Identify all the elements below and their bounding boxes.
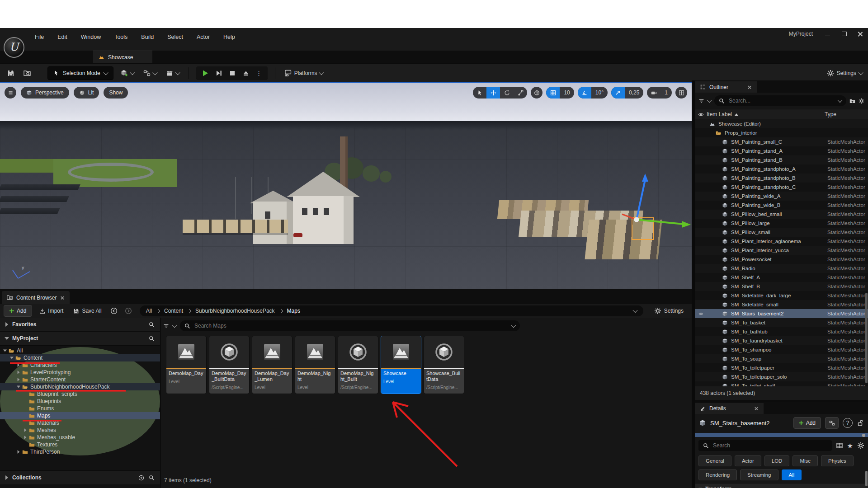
asset-tile-demomap_night_built[interactable]: DemoMap_Night_Built /Script/Engine... xyxy=(338,336,378,394)
details-filter-chip-lod[interactable]: LOD xyxy=(764,455,790,466)
outliner-row[interactable]: SM_To_soap StaticMeshActor xyxy=(695,354,868,363)
outliner-row[interactable]: SM_Pillow_bed_small StaticMeshActor xyxy=(695,210,868,219)
asset-tile-demomap_day_builtdata[interactable]: DemoMap_Day_BuiltData /Script/Engine... xyxy=(209,336,250,394)
outliner-row[interactable]: SM_Powersocket StaticMeshActor xyxy=(695,255,868,264)
folder-tree-item-levelprototyping[interactable]: LevelPrototyping xyxy=(0,369,160,376)
outliner-row[interactable]: SM_Painting_standphoto_C StaticMeshActor xyxy=(695,183,868,192)
outliner-row[interactable]: SM_Painting_wide_B StaticMeshActor xyxy=(695,201,868,210)
stop-button[interactable] xyxy=(229,70,236,77)
outliner-row[interactable]: SM_Pillow_large StaticMeshActor xyxy=(695,219,868,228)
search-icon[interactable] xyxy=(149,322,155,328)
eject-button[interactable] xyxy=(242,70,250,77)
outliner-row[interactable]: SM_To_shampoo StaticMeshActor xyxy=(695,345,868,354)
folder-tree-item-textures[interactable]: Textures xyxy=(0,441,160,448)
menu-item-edit[interactable]: Edit xyxy=(52,32,73,42)
folder-tree-item-meshes[interactable]: Meshes xyxy=(0,427,160,434)
column-item-label[interactable]: Item Label xyxy=(707,111,825,117)
outliner-row[interactable]: SM_Painting_wide_A StaticMeshActor xyxy=(695,192,868,201)
details-filter-chip-streaming[interactable]: Streaming xyxy=(740,469,778,480)
outliner-row[interactable]: SM_Painting_stand_A StaticMeshActor xyxy=(695,146,868,155)
chevron-down-icon[interactable] xyxy=(511,323,516,328)
details-filter-chip-physics[interactable]: Physics xyxy=(821,455,854,466)
asset-tile-showcase_builtdata[interactable]: Showcase_BuiltData /Script/Engine... xyxy=(424,336,464,394)
details-scrollbar[interactable] xyxy=(865,471,868,486)
caret-icon[interactable] xyxy=(24,428,27,432)
details-filter-chip-misc[interactable]: Misc xyxy=(793,455,818,466)
search-icon[interactable] xyxy=(149,475,155,481)
close-tab-icon[interactable] xyxy=(61,296,64,300)
caret-icon[interactable] xyxy=(18,378,20,381)
menu-item-actor[interactable]: Actor xyxy=(191,32,216,42)
outliner-row[interactable]: SM_To_toiletpaper_solo StaticMeshActor xyxy=(695,372,868,381)
chevron-down-icon[interactable] xyxy=(172,323,177,328)
menu-item-tools[interactable]: Tools xyxy=(108,32,133,42)
content-browser-tab[interactable]: Content Browser xyxy=(2,291,70,304)
back-button[interactable] xyxy=(109,306,119,316)
search-icon[interactable] xyxy=(149,336,155,342)
close-tab-icon[interactable] xyxy=(748,85,751,89)
outliner-row[interactable]: SM_Pillow_small StaticMeshActor xyxy=(695,228,868,237)
camera-icon[interactable] xyxy=(647,87,660,99)
move-tool-button[interactable] xyxy=(486,87,500,99)
scale-snap-value[interactable]: 0,25 xyxy=(625,89,643,96)
details-filter-chip-rendering[interactable]: Rendering xyxy=(698,469,737,480)
rotation-snap-value[interactable]: 10° xyxy=(591,89,608,96)
caret-icon[interactable] xyxy=(17,386,20,388)
caret-icon[interactable] xyxy=(24,436,27,439)
outliner-row[interactable]: SM_Plant_interior_yucca StaticMeshActor xyxy=(695,246,868,255)
asset-tile-showcase[interactable]: Showcase Level xyxy=(381,336,421,394)
blueprints-button[interactable] xyxy=(142,68,159,79)
show-dropdown[interactable]: Show xyxy=(104,87,128,99)
breadcrumb-item[interactable]: Content xyxy=(164,308,183,314)
outliner-row[interactable]: SM_Shelf_B StaticMeshActor xyxy=(695,282,868,291)
edit-blueprint-button[interactable] xyxy=(825,417,839,429)
menu-item-help[interactable]: Help xyxy=(217,32,241,42)
skip-button[interactable] xyxy=(215,70,222,77)
outliner-row[interactable]: SM_To_toilet_shelf StaticMeshActor xyxy=(695,381,868,386)
filter-icon[interactable] xyxy=(163,323,169,329)
outliner-row[interactable]: SM_Sidetable_small StaticMeshActor xyxy=(695,300,868,309)
asset-tile-demomap_day[interactable]: DemoMap_Day Level xyxy=(166,336,207,394)
caret-icon[interactable] xyxy=(18,371,20,374)
details-search-input[interactable] xyxy=(712,442,827,449)
transform-section-header[interactable]: Transform xyxy=(695,483,868,488)
outliner-row[interactable]: Props_interior xyxy=(695,128,868,137)
folder-tree-item-characters[interactable]: Characters xyxy=(0,361,160,369)
column-type[interactable]: Type xyxy=(825,111,868,117)
folder-tree-item-materials[interactable]: Materials xyxy=(0,419,160,427)
folder-tree-item-meshes_usable[interactable]: Meshes_usable xyxy=(0,434,160,441)
viewport-canvas[interactable]: y Perspective Lit Show xyxy=(0,82,692,289)
outliner-row[interactable]: SM_Painting_stand_B StaticMeshActor xyxy=(695,155,868,164)
folder-tree-item-all[interactable]: All xyxy=(0,347,160,354)
menu-item-window[interactable]: Window xyxy=(75,32,107,42)
component-row-clipped[interactable] xyxy=(695,433,868,437)
outliner-row[interactable]: SM_To_bathtub StaticMeshActor xyxy=(695,327,868,336)
eye-icon[interactable] xyxy=(698,112,704,117)
outliner-row[interactable]: Showcase (Editor) xyxy=(695,119,868,128)
maximize-viewport-button[interactable] xyxy=(675,87,687,99)
menu-item-select[interactable]: Select xyxy=(161,32,189,42)
scale-tool-button[interactable] xyxy=(514,87,527,99)
platforms-dropdown[interactable]: Platforms xyxy=(283,68,326,79)
rotate-tool-button[interactable] xyxy=(500,87,514,99)
folder-tree-item-startercontent[interactable]: StarterContent xyxy=(0,376,160,383)
help-icon[interactable]: ? xyxy=(843,418,853,428)
favorites-star-icon[interactable]: ★ xyxy=(847,442,853,449)
outliner-row[interactable]: SM_Plant_interior_aglaonema StaticMeshAc… xyxy=(695,237,868,246)
chevron-down-icon[interactable] xyxy=(707,98,712,103)
import-button[interactable]: Import xyxy=(37,308,66,314)
details-search-box[interactable] xyxy=(698,440,832,451)
menu-item-build[interactable]: Build xyxy=(135,32,160,42)
maximize-icon[interactable] xyxy=(841,31,847,37)
unlock-icon[interactable] xyxy=(857,419,864,427)
breadcrumb-item[interactable]: SuburbNeighborhoodHousePack xyxy=(195,308,274,314)
add-actor-button[interactable] xyxy=(119,68,136,79)
outliner-row[interactable]: SM_Painting_standphoto_A StaticMeshActor xyxy=(695,164,868,174)
outliner-row[interactable]: SM_Painting_standphoto_B StaticMeshActor xyxy=(695,174,868,183)
close-icon[interactable] xyxy=(857,31,863,37)
folder-tree-item-blueprint_scripts[interactable]: Blueprint_scripts xyxy=(0,390,160,398)
details-tab[interactable]: Details xyxy=(695,403,764,414)
details-filter-chip-all[interactable]: All xyxy=(782,469,802,480)
gear-icon[interactable] xyxy=(857,442,864,449)
browse-content-button[interactable] xyxy=(22,68,33,79)
